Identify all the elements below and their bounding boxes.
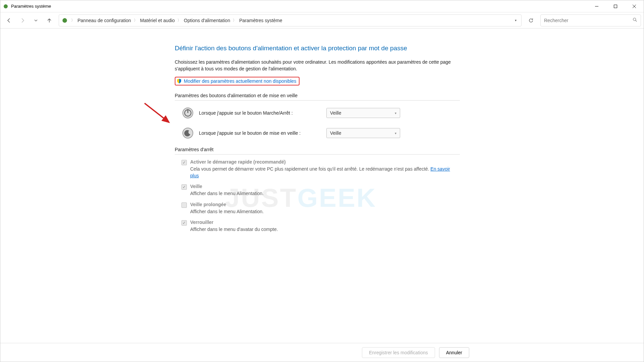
power-button-section-header: Paramètres des boutons d'alimentation et… [175,93,460,101]
sleep-checkbox [181,184,187,190]
change-unavailable-settings-link[interactable]: Modifier des paramètres actuellement non… [184,78,296,84]
breadcrumb-power-options[interactable]: Options d'alimentation [182,18,231,23]
power-button-action-value: Veille [330,110,341,116]
back-button[interactable] [3,14,15,26]
chevron-right-icon: 〉 [132,18,139,23]
chevron-right-icon: 〉 [231,18,238,23]
hibernate-checkbox [181,202,187,208]
hibernate-description: Afficher dans le menu Alimentation. [190,208,460,215]
window-title: Paramètres système [11,4,587,9]
sleep-button-action-value: Veille [330,130,341,136]
history-dropdown-button[interactable] [30,14,42,26]
power-button-label: Lorsque j'appuie sur le bouton Marche/Ar… [199,110,326,116]
lock-label: Verrouiller [190,220,213,225]
page-title: Définir l'action des boutons d'alimentat… [175,44,460,53]
breadcrumb-control-panel[interactable]: Panneau de configuration [76,18,132,23]
close-button[interactable] [625,0,644,12]
titlebar: Paramètres système [0,0,644,12]
sleep-button-setting-row: Lorsque j'appuie sur le bouton de mise e… [175,127,460,139]
breadcrumb-dropdown-button[interactable]: ▾ [513,18,519,22]
fastboot-label: Activer le démarrage rapide (recommandé) [190,159,286,165]
chevron-right-icon: 〉 [176,18,182,23]
cancel-button[interactable]: Annuler [439,347,469,358]
search-box[interactable] [540,14,641,26]
power-button-icon [181,107,194,119]
uac-link-highlight: Modifier des paramètres actuellement non… [175,77,300,85]
lock-description: Afficher dans le menu d'avatar du compte… [190,226,460,233]
lock-checkbox [181,220,187,226]
sleep-button-icon [181,127,194,139]
navbar: 〉 Panneau de configuration 〉 Matériel et… [0,12,644,28]
svg-rect-1 [5,4,6,6]
breadcrumb-hardware[interactable]: Matériel et audio [139,18,176,23]
chevron-down-icon: ▾ [395,131,396,135]
fastboot-checkbox [181,160,187,165]
chevron-down-icon: ▾ [395,111,396,115]
page-description: Choisissez les paramètres d'alimentation… [175,59,460,72]
footer: Enregistrer les modifications Annuler [0,343,644,362]
maximize-button[interactable] [606,0,625,12]
lock-check-row: Verrouiller Afficher dans le menu d'avat… [175,220,460,233]
hibernate-check-row: Veille prolongée Afficher dans le menu A… [175,202,460,215]
chevron-right-icon: 〉 [70,18,76,23]
shutdown-section-header: Paramètres d'arrêt [175,147,460,155]
up-button[interactable] [43,14,55,26]
hibernate-label: Veille prolongée [190,202,226,207]
sleep-button-label: Lorsque j'appuie sur le bouton de mise e… [199,130,326,136]
power-button-action-select[interactable]: Veille ▾ [326,108,400,118]
forward-button[interactable] [16,14,29,26]
svg-rect-3 [614,5,617,8]
sleep-check-row: Veille Afficher dans le menu Alimentatio… [175,184,460,197]
shield-icon [176,78,182,84]
fastboot-check-row: Activer le démarrage rapide (recommandé)… [175,159,460,179]
sleep-option-description: Afficher dans le menu Alimentation. [190,190,460,197]
power-options-icon [3,4,8,9]
content-area: JUSTGEEK Définir l'action des boutons d'… [0,28,644,343]
sleep-button-action-select[interactable]: Veille ▾ [326,128,400,138]
save-button: Enregistrer les modifications [362,347,435,358]
svg-line-9 [636,20,637,22]
fastboot-description: Cela vous permet de démarrer votre PC pl… [190,166,460,179]
control-panel-icon [62,17,68,23]
breadcrumb[interactable]: 〉 Panneau de configuration 〉 Matériel et… [59,14,522,26]
refresh-button[interactable] [525,14,537,26]
svg-rect-7 [64,18,65,20]
search-input[interactable] [544,18,633,23]
svg-point-8 [633,18,636,21]
breadcrumb-system-settings: Paramètres système [238,18,283,23]
sleep-option-label: Veille [190,184,202,189]
minimize-button[interactable] [587,0,606,12]
search-icon[interactable] [633,17,637,23]
power-button-setting-row: Lorsque j'appuie sur le bouton Marche/Ar… [175,107,460,119]
annotation-arrow [143,102,176,128]
svg-line-11 [145,103,169,122]
